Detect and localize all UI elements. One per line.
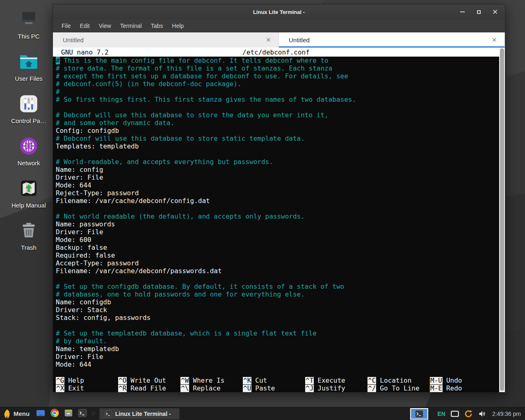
shortcut-replace[interactable]: ^\Replace — [180, 384, 243, 392]
shortcut-go-to-line[interactable]: ^/Go To Line — [368, 384, 430, 392]
desktop-icon-trash[interactable]: Trash — [3, 220, 54, 251]
desktop-icon-user-files[interactable]: User Files — [3, 51, 54, 82]
menu-help[interactable]: Help — [167, 21, 188, 31]
window-outline-icon[interactable] — [450, 410, 459, 418]
workspaces-launcher[interactable] — [36, 409, 46, 419]
desktop-icon-control-panel[interactable]: Control Pa… — [3, 94, 54, 124]
shortcut-label: Go To Line — [380, 384, 419, 392]
nano-line: Mode: 644 — [56, 181, 499, 189]
window-controls: ✕ — [457, 5, 500, 19]
nano-line: Name: templatedb — [56, 345, 499, 353]
update-icon[interactable] — [464, 410, 473, 418]
network-globe-icon — [18, 136, 39, 156]
menu-edit[interactable]: Edit — [75, 21, 94, 31]
close-tab-icon[interactable]: ✕ — [490, 36, 499, 44]
desktop-icon-network[interactable]: Network — [3, 136, 54, 167]
nano-line: Name: passwords — [56, 220, 499, 228]
desktop: This PCUser FilesControl Pa…NetworkHelp … — [0, 0, 525, 420]
taskbar: Menu ⁞⁞ Linux Lite Terminal - EN 2:49:36… — [0, 407, 525, 420]
shortcut-cut[interactable]: ^KCut — [243, 377, 305, 384]
shortcut-undo[interactable]: M-UUndo — [430, 377, 492, 384]
nano-line: Accept-Type: password — [56, 259, 499, 267]
desktop-icon-label: Help Manual — [11, 202, 46, 209]
shortcut-label: Paste — [255, 384, 275, 392]
linux-lite-logo-icon[interactable] — [3, 409, 11, 419]
shortcut-label: Location — [380, 377, 411, 384]
maximize-icon[interactable] — [474, 7, 484, 17]
menu-terminal[interactable]: Terminal — [116, 21, 146, 31]
close-tab-icon[interactable]: ✕ — [264, 36, 273, 44]
menu-view[interactable]: View — [94, 21, 116, 31]
scrollbar[interactable] — [499, 48, 505, 392]
nano-title-bar: GNU nano 7.2 /etc/debconf.conf — [53, 48, 499, 57]
shortcut-where-is[interactable]: ^WWhere Is — [180, 377, 243, 384]
nano-line: Driver: File — [56, 228, 499, 236]
shortcut-write-out[interactable]: ^OWrite Out — [118, 377, 180, 384]
task-button-terminal[interactable]: Linux Lite Terminal - — [99, 408, 180, 420]
taskbar-separator: ⁞⁞ — [92, 412, 95, 416]
nano-body[interactable]: # This is the main config file for debco… — [53, 57, 499, 377]
nano-line: # and some other dynamic data. — [56, 119, 499, 127]
shortcut-key: M-E — [430, 385, 443, 392]
shortcut-location[interactable]: ^CLocation — [368, 377, 430, 384]
volume-icon[interactable] — [477, 410, 486, 418]
shortcut-exit[interactable]: ^XExit — [56, 384, 118, 392]
shortcut-justify[interactable]: ^JJustify — [305, 384, 368, 392]
nano-line: # except the first sets up a database fo… — [56, 72, 499, 80]
nano-line: Mode: 644 — [56, 361, 499, 368]
nano-line: Driver: File — [56, 353, 499, 361]
shortcut-key: ^W — [180, 377, 189, 384]
shortcut-key: ^X — [56, 385, 64, 392]
nano-line: Driver: File — [56, 173, 499, 181]
shortcut-label: Exit — [68, 384, 84, 392]
shortcut-execute[interactable]: ^TExecute — [305, 377, 368, 384]
shortcut-label: Replace — [193, 384, 220, 392]
title-bar[interactable]: Linux Lite Terminal - ✕ — [53, 5, 505, 19]
desktop-icon-label: Trash — [21, 244, 37, 251]
menu-tabs[interactable]: Tabs — [146, 21, 168, 31]
control-panel-icon — [18, 94, 39, 114]
trash-icon — [18, 220, 39, 241]
nano-shortcuts: ^GHelp^OWrite Out^WWhere Is^KCut^TExecut… — [53, 377, 499, 392]
minimize-icon[interactable] — [457, 7, 467, 17]
desktop-icon-label: This PC — [18, 33, 39, 40]
nano-line: Templates: templatedb — [56, 142, 499, 150]
workspaces-icon — [36, 409, 45, 419]
desktop-icon-this-pc[interactable]: This PC — [3, 9, 54, 40]
tray-terminal-button[interactable] — [410, 408, 428, 420]
chrome-launcher[interactable] — [50, 409, 59, 419]
shortcut-key: ^/ — [368, 385, 376, 392]
nano-file-path: /etc/debconf.conf — [53, 48, 499, 56]
scrollbar-thumb[interactable] — [500, 48, 504, 391]
desktop-icon-label: Network — [17, 160, 40, 167]
nano-line: # Set up the configdb database. By defau… — [56, 283, 499, 290]
shortcut-paste[interactable]: ^UPaste — [243, 384, 305, 392]
shortcut-redo[interactable]: M-ERedo — [430, 384, 492, 392]
nano-line: # This is the main config file for debco… — [56, 57, 499, 64]
shortcut-read-file[interactable]: ^RRead File — [118, 384, 180, 392]
desktop-icon-help-manual[interactable]: Help Manual — [3, 178, 54, 209]
shortcut-help[interactable]: ^GHelp — [56, 377, 118, 384]
tab-2[interactable]: Untitled✕ — [279, 32, 505, 48]
menu-button[interactable]: Menu — [14, 410, 30, 417]
nano-line — [56, 150, 499, 158]
menu-file[interactable]: File — [57, 21, 75, 31]
close-icon[interactable]: ✕ — [490, 7, 500, 17]
shortcut-label: Execute — [317, 377, 345, 384]
tab-1[interactable]: Untitled✕ — [53, 32, 279, 48]
taskbar-launchers — [34, 409, 89, 419]
terminal-view[interactable]: GNU nano 7.2 /etc/debconf.conf # This is… — [53, 48, 505, 392]
nano-shortcuts-row2: ^XExit^RRead File^\Replace^UPaste^JJusti… — [56, 384, 499, 392]
terminal-window: Linux Lite Terminal - ✕ FileEditViewTerm… — [52, 4, 505, 392]
terminal-icon — [78, 409, 87, 419]
window-title: Linux Lite Terminal - — [53, 9, 505, 15]
nano-line: # by default. — [56, 337, 499, 345]
desktop-icon-label: User Files — [15, 75, 43, 82]
nano-line: # So first things first. This first stan… — [56, 96, 499, 103]
nano-line — [56, 275, 499, 283]
clock[interactable]: 2:49:36 pm — [492, 411, 521, 417]
file-manager-launcher[interactable] — [64, 409, 73, 419]
keyboard-layout-indicator[interactable]: EN — [437, 411, 445, 417]
terminal-launcher[interactable] — [78, 409, 87, 419]
tab-label: Untitled — [289, 37, 490, 43]
